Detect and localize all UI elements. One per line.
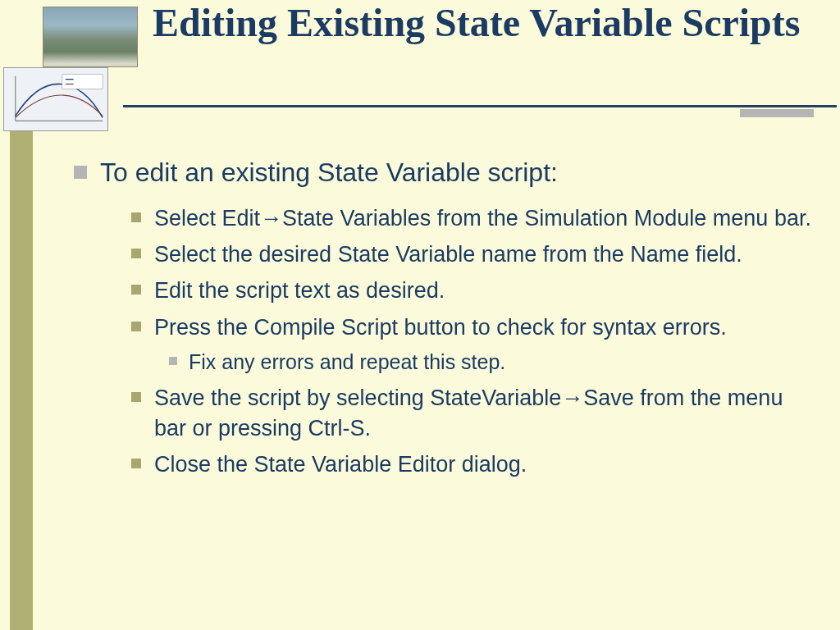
intro-line: To edit an existing State Variable scrip… xyxy=(74,156,812,190)
vertical-accent-bar xyxy=(10,98,33,630)
arrow-right-icon: → xyxy=(561,386,583,410)
step-text-pre: Select the desired State Variable name f… xyxy=(154,242,742,267)
title-underline-accent xyxy=(740,109,814,117)
release-chart-thumbnail xyxy=(3,67,108,131)
step-text-pre: Edit the script text as desired. xyxy=(154,278,445,303)
slide-title: Editing Existing State Variable Scripts xyxy=(153,0,809,45)
square-bullet-icon xyxy=(169,357,177,365)
substep-item: Fix any errors and repeat this step. xyxy=(169,349,812,377)
svg-rect-3 xyxy=(62,75,103,89)
step-text-pre: Press the Compile Script button to check… xyxy=(154,315,727,340)
substep-text: Fix any errors and repeat this step. xyxy=(189,350,505,373)
slide-body: To edit an existing State Variable scrip… xyxy=(74,156,812,486)
step-item: Edit the script text as desired. xyxy=(131,276,812,305)
square-bullet-icon xyxy=(131,249,141,258)
step-text-post: State Variables from the Simulation Modu… xyxy=(282,206,811,231)
dam-photo xyxy=(43,7,138,67)
arrow-right-icon: → xyxy=(260,206,282,231)
square-bullet-icon xyxy=(131,459,141,468)
step-text-pre: Close the State Variable Editor dialog. xyxy=(154,452,527,477)
title-underline xyxy=(123,105,837,107)
square-bullet-icon xyxy=(131,285,141,294)
step-item: Select Edit→State Variables from the Sim… xyxy=(131,203,812,233)
step-item: Close the State Variable Editor dialog. xyxy=(131,450,812,479)
step-item: Select the desired State Variable name f… xyxy=(131,240,812,269)
square-bullet-icon xyxy=(74,166,87,179)
step-text-pre: Select Edit xyxy=(154,206,260,231)
step-text-pre: Save the script by selecting StateVariab… xyxy=(154,386,561,410)
square-bullet-icon xyxy=(131,392,141,402)
step-item: Save the script by selecting StateVariab… xyxy=(131,383,812,443)
step-item: Press the Compile Script button to check… xyxy=(131,313,812,342)
square-bullet-icon xyxy=(131,212,141,222)
square-bullet-icon xyxy=(131,322,141,331)
intro-text: To edit an existing State Variable scrip… xyxy=(100,158,558,187)
